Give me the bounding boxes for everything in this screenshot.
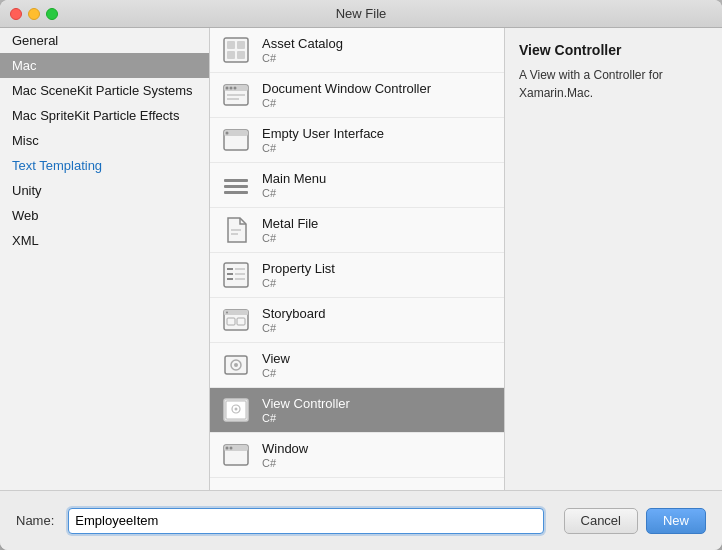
detail-panel: View Controller A View with a Controller… — [505, 28, 722, 490]
svg-point-41 — [226, 447, 229, 450]
view-controller-sub: C# — [262, 412, 350, 424]
sidebar-item-xml[interactable]: XML — [0, 228, 209, 253]
minimize-button[interactable] — [28, 8, 40, 20]
storyboard-icon — [220, 304, 252, 336]
metal-file-sub: C# — [262, 232, 318, 244]
main-menu-icon — [220, 169, 252, 201]
window-sub: C# — [262, 457, 308, 469]
document-window-controller-name: Document Window Controller — [262, 81, 431, 96]
main-menu-sub: C# — [262, 187, 326, 199]
list-item-property-list[interactable]: Property ListC# — [210, 253, 504, 298]
view-sub: C# — [262, 367, 290, 379]
sidebar-item-mac[interactable]: Mac — [0, 53, 209, 78]
svg-rect-26 — [235, 278, 245, 280]
bottom-bar: Name: Cancel New — [0, 490, 722, 550]
cancel-button[interactable]: Cancel — [564, 508, 638, 534]
svg-rect-15 — [224, 179, 248, 182]
empty-user-interface-sub: C# — [262, 142, 384, 154]
list-item-view[interactable]: ViewC# — [210, 343, 504, 388]
name-label: Name: — [16, 513, 54, 528]
view-controller-name: View Controller — [262, 396, 350, 411]
svg-point-7 — [226, 87, 229, 90]
metal-file-name: Metal File — [262, 216, 318, 231]
main-content: GeneralMacMac SceneKit Particle SystemsM… — [0, 28, 722, 490]
property-list-sub: C# — [262, 277, 335, 289]
svg-rect-23 — [227, 273, 233, 275]
sidebar-item-misc[interactable]: Misc — [0, 128, 209, 153]
svg-point-8 — [230, 87, 233, 90]
maximize-button[interactable] — [46, 8, 58, 20]
sidebar-item-unity[interactable]: Unity — [0, 178, 209, 203]
svg-point-29 — [226, 312, 228, 314]
list-item-storyboard[interactable]: StoryboardC# — [210, 298, 504, 343]
list-item-main-menu[interactable]: Main MenuC# — [210, 163, 504, 208]
property-list-icon — [220, 259, 252, 291]
svg-rect-25 — [227, 278, 233, 280]
svg-point-42 — [230, 447, 233, 450]
svg-rect-22 — [235, 268, 245, 270]
svg-rect-19 — [231, 233, 238, 235]
asset-catalog-icon — [220, 34, 252, 66]
svg-point-38 — [235, 408, 238, 411]
sidebar-item-web[interactable]: Web — [0, 203, 209, 228]
storyboard-name: Storyboard — [262, 306, 326, 321]
svg-rect-1 — [227, 41, 235, 49]
asset-catalog-name: Asset Catalog — [262, 36, 343, 51]
svg-rect-2 — [237, 41, 245, 49]
property-list-name: Property List — [262, 261, 335, 276]
view-controller-icon — [220, 394, 252, 426]
view-name: View — [262, 351, 290, 366]
sidebar-item-text-templating[interactable]: Text Templating — [0, 153, 209, 178]
title-bar: New File — [0, 0, 722, 28]
list-item-view-controller[interactable]: View ControllerC# — [210, 388, 504, 433]
document-window-controller-icon — [220, 79, 252, 111]
svg-rect-10 — [227, 94, 245, 96]
list-item-asset-catalog[interactable]: Asset CatalogC# — [210, 28, 504, 73]
button-group: Cancel New — [564, 508, 706, 534]
detail-title: View Controller — [519, 42, 708, 58]
storyboard-sub: C# — [262, 322, 326, 334]
svg-point-34 — [234, 363, 238, 367]
list-item-empty-user-interface[interactable]: Empty User InterfaceC# — [210, 118, 504, 163]
window-icon — [220, 439, 252, 471]
sidebar-item-general[interactable]: General — [0, 28, 209, 53]
svg-rect-24 — [235, 273, 245, 275]
new-button[interactable]: New — [646, 508, 706, 534]
list-item-metal-file[interactable]: Metal FileC# — [210, 208, 504, 253]
main-menu-name: Main Menu — [262, 171, 326, 186]
svg-rect-16 — [224, 185, 248, 188]
svg-rect-18 — [231, 229, 241, 231]
sidebar-item-mac-scenekit[interactable]: Mac SceneKit Particle Systems — [0, 78, 209, 103]
sidebar: GeneralMacMac SceneKit Particle SystemsM… — [0, 28, 210, 490]
list-item-window[interactable]: WindowC# — [210, 433, 504, 478]
document-window-controller-sub: C# — [262, 97, 431, 109]
file-list: Asset CatalogC#Document Window Controlle… — [210, 28, 505, 490]
list-item-document-window-controller[interactable]: Document Window ControllerC# — [210, 73, 504, 118]
name-input[interactable] — [68, 508, 543, 534]
sidebar-item-mac-spritekit[interactable]: Mac SpriteKit Particle Effects — [0, 103, 209, 128]
close-button[interactable] — [10, 8, 22, 20]
window-name: Window — [262, 441, 308, 456]
svg-point-14 — [226, 132, 229, 135]
empty-user-interface-name: Empty User Interface — [262, 126, 384, 141]
svg-rect-3 — [227, 51, 235, 59]
svg-rect-4 — [237, 51, 245, 59]
traffic-lights — [10, 8, 58, 20]
detail-description: A View with a Controller for Xamarin.Mac… — [519, 66, 708, 102]
svg-rect-21 — [227, 268, 233, 270]
svg-point-9 — [234, 87, 237, 90]
empty-user-interface-icon — [220, 124, 252, 156]
metal-file-icon — [220, 214, 252, 246]
svg-rect-17 — [224, 191, 248, 194]
new-file-window: New File GeneralMacMac SceneKit Particle… — [0, 0, 722, 550]
asset-catalog-sub: C# — [262, 52, 343, 64]
view-icon — [220, 349, 252, 381]
svg-rect-11 — [227, 98, 239, 100]
window-title: New File — [336, 6, 387, 21]
